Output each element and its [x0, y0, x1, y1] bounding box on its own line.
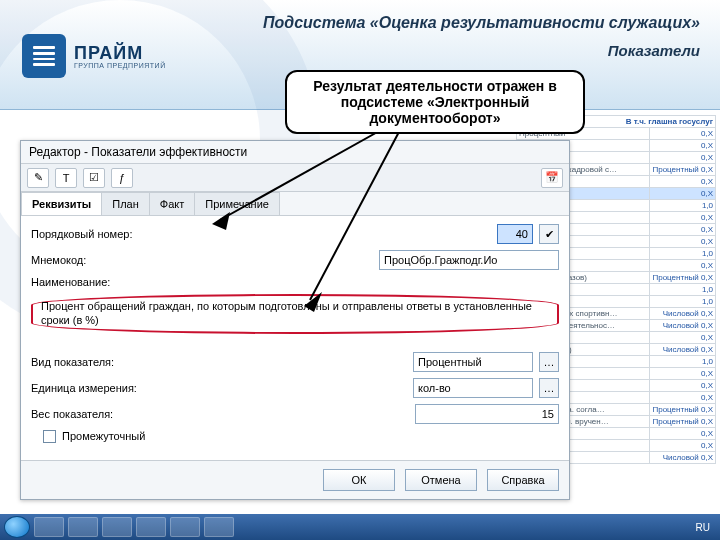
- windows-taskbar: RU: [0, 514, 720, 540]
- taskbar-lang[interactable]: RU: [690, 522, 716, 533]
- editor-title: Редактор - Показатели эффективности: [21, 141, 569, 164]
- editor-form: Порядковый номер: 40 ✔ Мнемокод: ПроцОбр…: [21, 216, 569, 460]
- brand-sub: ГРУППА ПРЕДПРИЯТИЙ: [74, 62, 166, 69]
- help-button[interactable]: Справка: [487, 469, 559, 491]
- editor-dialog: Редактор - Показатели эффективности ✎ T …: [20, 140, 570, 500]
- type-label: Вид показателя:: [31, 356, 161, 368]
- editor-toolbar: ✎ T ☑ ƒ 📅: [21, 164, 569, 192]
- seq-input[interactable]: 40: [497, 224, 533, 244]
- toolbar-btn-fx-icon[interactable]: ƒ: [111, 168, 133, 188]
- tab-plan[interactable]: План: [101, 192, 150, 215]
- tab-fact[interactable]: Факт: [149, 192, 195, 215]
- taskbar-app-2[interactable]: [68, 517, 98, 537]
- toolbar-btn-calendar-icon[interactable]: 📅: [541, 168, 563, 188]
- taskbar-app-1[interactable]: [34, 517, 64, 537]
- unit-input[interactable]: кол-во: [413, 378, 533, 398]
- type-picker-icon[interactable]: …: [539, 352, 559, 372]
- weight-label: Вес показателя:: [31, 408, 161, 420]
- taskbar-app-3[interactable]: [102, 517, 132, 537]
- taskbar-app-4[interactable]: [136, 517, 166, 537]
- taskbar-app-5[interactable]: [170, 517, 200, 537]
- brand-logo-icon: [22, 34, 66, 78]
- toolbar-btn-check-icon[interactable]: ☑: [83, 168, 105, 188]
- cancel-button[interactable]: Отмена: [405, 469, 477, 491]
- mnemo-input[interactable]: ПроцОбр.Гражподг.Ио: [379, 250, 559, 270]
- brand-logo: ПРАЙМ ГРУППА ПРЕДПРИЯТИЙ: [22, 34, 166, 78]
- dialog-buttons: ОК Отмена Справка: [21, 460, 569, 499]
- toolbar-btn-text-icon[interactable]: T: [55, 168, 77, 188]
- start-button-icon[interactable]: [4, 516, 30, 538]
- unit-label: Единица измерения:: [31, 382, 161, 394]
- weight-input[interactable]: 15: [415, 404, 559, 424]
- type-input[interactable]: Процентный: [413, 352, 533, 372]
- name-value-highlighted[interactable]: Процент обращений граждан, по которым по…: [31, 294, 559, 334]
- brand-name: ПРАЙМ: [74, 44, 166, 62]
- intermediate-label: Промежуточный: [62, 430, 145, 442]
- mnemo-label: Мнемокод:: [31, 254, 161, 266]
- tab-requisites[interactable]: Реквизиты: [21, 192, 102, 215]
- toolbar-btn-save-icon[interactable]: ✎: [27, 168, 49, 188]
- page-title: Подсистема «Оценка результативности служ…: [263, 14, 700, 32]
- annotation-callout: Результат деятельности отражен в подсист…: [285, 70, 585, 134]
- taskbar-app-6[interactable]: [204, 517, 234, 537]
- tab-note[interactable]: Примечание: [194, 192, 280, 215]
- seq-confirm-icon[interactable]: ✔: [539, 224, 559, 244]
- editor-tabs: Реквизиты План Факт Примечание: [21, 192, 569, 216]
- unit-picker-icon[interactable]: …: [539, 378, 559, 398]
- name-label: Наименование:: [31, 276, 161, 288]
- intermediate-checkbox[interactable]: [43, 430, 56, 443]
- ok-button[interactable]: ОК: [323, 469, 395, 491]
- seq-label: Порядковый номер:: [31, 228, 161, 240]
- page-subtitle: Показатели: [608, 42, 700, 59]
